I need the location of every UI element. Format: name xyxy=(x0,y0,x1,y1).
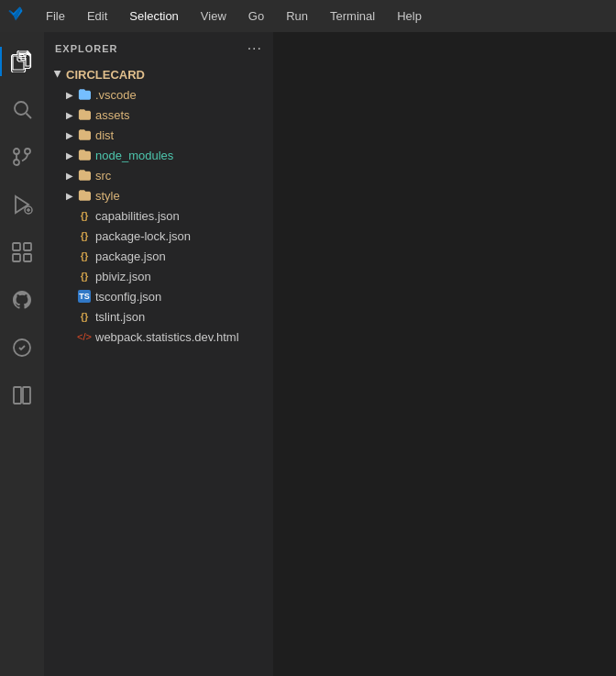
assets-folder-icon xyxy=(77,107,92,122)
style-folder-label: style xyxy=(95,189,120,203)
node-modules-folder-label: node_modules xyxy=(95,149,173,162)
tsconfig-ts-icon: TS xyxy=(77,289,92,304)
node-modules-arrow-icon: ▶ xyxy=(62,148,77,162)
main-layout: EXPLORER ··· ▶ CIRCLECARD ▶ .vscode ▶ xyxy=(0,32,616,676)
svg-point-3 xyxy=(14,149,19,154)
vscode-arrow-icon: ▶ xyxy=(62,87,77,102)
menu-bar: File Edit Selection View Go Run Terminal… xyxy=(0,0,616,32)
tree-item-tslint-json[interactable]: ▶ {} tslint.json xyxy=(44,306,273,327)
activity-extensions[interactable] xyxy=(0,230,44,274)
style-folder-icon xyxy=(77,188,92,203)
explorer-title: EXPLORER xyxy=(55,43,118,54)
explorer-header: EXPLORER ··· xyxy=(44,32,273,64)
activity-todo[interactable] xyxy=(0,326,44,370)
tree-item-src[interactable]: ▶ src xyxy=(44,165,273,185)
dist-arrow-icon: ▶ xyxy=(62,127,77,142)
package-json-icon: {} xyxy=(77,249,92,263)
root-arrow-icon: ▶ xyxy=(51,67,66,82)
capabilities-json-label: capabilities.json xyxy=(95,209,180,223)
webpack-html-label: webpack.statistics.dev.html xyxy=(95,330,239,344)
tree-item-vscode[interactable]: ▶ .vscode xyxy=(44,84,273,105)
activity-search[interactable] xyxy=(0,87,44,131)
node-modules-folder-icon xyxy=(77,148,92,162)
capabilities-json-icon: {} xyxy=(77,208,92,223)
editor-area xyxy=(273,32,616,676)
activity-bar xyxy=(0,32,44,676)
tree-item-style[interactable]: ▶ style xyxy=(44,185,273,205)
svg-point-2 xyxy=(14,160,19,165)
svg-rect-16 xyxy=(23,387,30,404)
vscode-folder-icon xyxy=(77,87,92,102)
vscode-logo xyxy=(7,6,24,27)
svg-rect-10 xyxy=(13,243,20,250)
style-arrow-icon: ▶ xyxy=(62,188,77,203)
package-lock-json-icon: {} xyxy=(77,228,92,243)
menu-help[interactable]: Help xyxy=(393,7,425,25)
tree-item-tsconfig-json[interactable]: ▶ TS tsconfig.json xyxy=(44,286,273,306)
svg-marker-6 xyxy=(16,196,28,213)
src-folder-label: src xyxy=(95,169,111,183)
svg-rect-13 xyxy=(24,254,31,261)
tree-item-dist[interactable]: ▶ dist xyxy=(44,125,273,145)
src-folder-icon xyxy=(77,168,92,183)
activity-source-control[interactable] xyxy=(0,135,44,179)
tree-item-assets[interactable]: ▶ assets xyxy=(44,105,273,125)
tsconfig-json-label: tsconfig.json xyxy=(95,290,161,304)
tree-item-webpack-html[interactable]: ▶ </> webpack.statistics.dev.html xyxy=(44,327,273,347)
package-json-label: package.json xyxy=(95,249,166,263)
tree-item-package-lock-json[interactable]: ▶ {} package-lock.json xyxy=(44,226,273,246)
svg-line-1 xyxy=(27,114,32,119)
root-folder-label: CIRCLECARD xyxy=(66,68,145,82)
pbiviz-json-label: pbiviz.json xyxy=(95,270,151,283)
menu-run[interactable]: Run xyxy=(282,7,312,25)
menu-go[interactable]: Go xyxy=(245,7,268,25)
menu-view[interactable]: View xyxy=(197,7,230,25)
package-lock-json-label: package-lock.json xyxy=(95,229,191,243)
assets-folder-label: assets xyxy=(95,108,130,122)
svg-point-0 xyxy=(15,102,28,115)
tslint-json-label: tslint.json xyxy=(95,310,145,324)
activity-explorer[interactable] xyxy=(0,39,44,83)
vscode-folder-label: .vscode xyxy=(95,88,137,102)
file-tree: ▶ CIRCLECARD ▶ .vscode ▶ assets xyxy=(44,64,273,676)
explorer-more-button[interactable]: ··· xyxy=(248,40,262,57)
svg-point-4 xyxy=(25,149,30,154)
tree-item-node-modules[interactable]: ▶ node_modules xyxy=(44,145,273,165)
src-arrow-icon: ▶ xyxy=(62,168,77,183)
tree-root-folder[interactable]: ▶ CIRCLECARD xyxy=(44,64,273,84)
tree-item-pbiviz-json[interactable]: ▶ {} pbiviz.json xyxy=(44,266,273,286)
dist-folder-icon xyxy=(77,127,92,142)
assets-arrow-icon: ▶ xyxy=(62,107,77,122)
activity-run-debug[interactable] xyxy=(0,183,44,227)
svg-rect-12 xyxy=(13,254,20,261)
activity-github[interactable] xyxy=(0,278,44,322)
dist-folder-label: dist xyxy=(95,128,114,142)
tree-item-capabilities-json[interactable]: ▶ {} capabilities.json xyxy=(44,205,273,226)
menu-selection[interactable]: Selection xyxy=(126,7,182,25)
svg-rect-15 xyxy=(14,387,21,404)
pbiviz-json-icon: {} xyxy=(77,269,92,283)
menu-file[interactable]: File xyxy=(42,7,69,25)
menu-edit[interactable]: Edit xyxy=(83,7,111,25)
tslint-json-icon: {} xyxy=(77,309,92,324)
menu-terminal[interactable]: Terminal xyxy=(326,7,379,25)
webpack-html-icon: </> xyxy=(77,329,92,344)
svg-rect-11 xyxy=(24,243,31,250)
activity-open-editors[interactable] xyxy=(0,373,44,417)
tree-item-package-json[interactable]: ▶ {} package.json xyxy=(44,246,273,266)
sidebar: EXPLORER ··· ▶ CIRCLECARD ▶ .vscode ▶ xyxy=(44,32,273,676)
